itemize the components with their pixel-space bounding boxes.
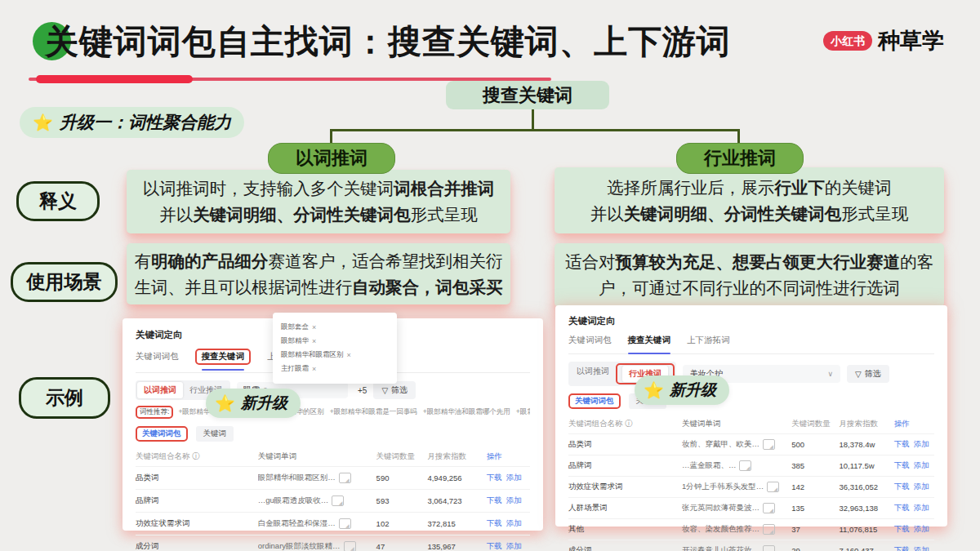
cell-count: 593	[376, 496, 428, 505]
cell-actions: 下载添加	[894, 439, 934, 450]
close-icon[interactable]: ×	[347, 351, 351, 359]
cell-words-text: 开运春意儿山茶花妆…	[682, 545, 760, 551]
popup-tag-label: 眼部套盒	[281, 322, 309, 332]
download-link[interactable]: 下载	[894, 524, 910, 535]
add-link[interactable]: 添加	[914, 524, 929, 535]
table-body: 品类词 眼部精华和眼霜区别…◢ 590 4,949,256 下载添加 品牌词 ……	[136, 466, 530, 551]
add-link[interactable]: 添加	[914, 460, 929, 471]
cell-count: 500	[791, 440, 839, 449]
star-icon: ⭐	[215, 393, 235, 413]
cell-words: 开运春意儿山茶花妆…◢	[682, 545, 791, 551]
cell-actions: 下载添加	[894, 545, 934, 551]
cell-words: 妆前、穿戴甲、欧美…◢	[682, 439, 791, 450]
cell-words: 白金眼霜轻盈和保湿…◢	[258, 518, 376, 529]
card-title: 关键词定向	[568, 315, 934, 327]
annotation-box: 搜查关键词	[195, 349, 252, 365]
pos-tag[interactable]: +眼霜和面霜的区别	[516, 407, 530, 417]
download-link[interactable]: 下载	[487, 541, 502, 551]
cell-words: ordinary眼部淡纹眼精…◢	[258, 541, 376, 551]
info-icon: ⓘ	[625, 419, 633, 428]
header-index: 月搜索指数	[840, 419, 894, 429]
close-icon[interactable]: ×	[312, 323, 316, 331]
cell-count: 142	[791, 482, 839, 491]
pos-recommend-label: 词性推荐:	[140, 407, 169, 417]
cell-words-text: 妆前、穿戴甲、欧美…	[682, 439, 760, 450]
cell-words: …gu眼霜透皮吸收…◢	[258, 495, 376, 506]
image-icon: ◢	[339, 518, 351, 529]
download-link[interactable]: 下载	[487, 473, 502, 483]
tab-keyword-package[interactable]: 关键词词包	[136, 351, 179, 362]
filter-icon: ▽	[381, 386, 388, 395]
slide: 关键词词包自主找词：搜查关键词、上下游词 小红书 种草学 搜查关键词 以词推词 …	[0, 0, 980, 551]
cell-words-text: 眼部精华和眼霜区别…	[258, 473, 336, 483]
toggle-word-based[interactable]: 以词推词	[137, 382, 183, 398]
add-link[interactable]: 添加	[506, 518, 522, 529]
cell-index: 3,064,723	[427, 496, 486, 505]
annotation-box: 关键词词包	[136, 426, 188, 442]
cell-index: 135,967	[427, 542, 486, 551]
download-link[interactable]: 下载	[894, 460, 910, 471]
tab-keyword-package[interactable]: 关键词词包	[568, 335, 612, 346]
filter-icon: ▽	[855, 370, 862, 379]
add-link[interactable]: 添加	[506, 473, 522, 483]
cell-words-text: …蓝金眼霜、…	[682, 460, 737, 471]
filter-button[interactable]: ▽ 筛选	[373, 381, 416, 399]
cell-index: 36,316,052	[840, 482, 894, 491]
popup-tag-list: 眼部套盒 × 眼部精华 × 眼部精华和眼霜区别 × 主打眼霜 ×	[281, 322, 389, 374]
subtab-keyword-package[interactable]: 关键词词包	[142, 429, 181, 439]
close-icon[interactable]: ×	[312, 365, 316, 373]
header-index: 月搜索指数	[427, 451, 486, 462]
add-link[interactable]: 添加	[914, 503, 929, 513]
root-node-label: 搜查关键词	[446, 81, 609, 109]
cell-actions: 下载添加	[894, 482, 934, 492]
xiaohongshu-logo-icon: 小红书	[823, 31, 872, 51]
table-row: 人群场景词 张元英同款薄荷曼波…◢ 135 32,963,138 下载添加	[568, 497, 934, 518]
cell-group-name: 品类词	[568, 439, 682, 450]
table-row: 品类词 妆前、穿戴甲、欧美…◢ 500 18,378.4w 下载添加	[568, 433, 934, 455]
page-title: 关键词词包自主找词：搜查关键词、上下游词	[45, 20, 731, 64]
cell-index: 372,815	[427, 519, 486, 528]
subtab-keyword[interactable]: 关键词	[196, 426, 234, 442]
download-link[interactable]: 下载	[894, 503, 910, 513]
close-icon[interactable]: ×	[312, 337, 316, 345]
image-icon: ◢	[763, 439, 775, 450]
branch-button-industry-based[interactable]: 行业推词	[676, 143, 804, 174]
tab-search-keyword[interactable]: 搜查关键词	[628, 335, 671, 346]
chevron-down-icon: ∨	[827, 370, 833, 378]
toggle-word-based[interactable]: 以词推词	[570, 363, 616, 384]
download-link[interactable]: 下载	[894, 439, 910, 450]
cell-words: 张元英同款薄荷曼波…◢	[682, 503, 791, 513]
annotation-box: 关键词词包	[568, 393, 621, 409]
download-link[interactable]: 下载	[894, 482, 910, 492]
cell-count: 102	[376, 519, 428, 528]
keyword-table: 关键词组合名称 ⓘ 关键词单词 关键词数量 月搜索指数 操作 品类词 眼部精华和…	[136, 449, 530, 551]
add-link[interactable]: 添加	[506, 541, 522, 551]
scenario-box-right: 适合对预算较为充足、想要占领更大行业赛道的客户，可通过不同行业的不同词性进行选词	[555, 243, 944, 307]
tree-connector	[330, 129, 740, 131]
tab-search-keyword[interactable]: 搜查关键词	[202, 351, 245, 362]
new-upgrade-label: 新升级	[670, 380, 716, 401]
subtab-keyword-package[interactable]: 关键词词包	[575, 396, 614, 407]
cell-index: 4,949,256	[427, 473, 486, 482]
row-label-example: 示例	[19, 377, 110, 419]
tab-updownstream[interactable]: 上下游拓词	[687, 335, 730, 346]
add-link[interactable]: 添加	[914, 439, 929, 450]
header-words: 关键词单词	[682, 419, 791, 429]
branch-button-word-based[interactable]: 以词推词	[268, 143, 395, 174]
download-link[interactable]: 下载	[894, 545, 910, 551]
cell-group-name: 其他	[568, 524, 682, 535]
add-link[interactable]: 添加	[506, 495, 522, 506]
image-icon: ◢	[763, 503, 775, 513]
pos-tag[interactable]: +眼部精华油和眼霜哪个先用	[423, 407, 510, 417]
download-link[interactable]: 下载	[487, 518, 502, 529]
table-row: 品牌词 …gu眼霜透皮吸收…◢ 593 3,064,723 下载添加	[136, 489, 530, 512]
table-row: 成分词 开运春意儿山茶花妆…◢ 29 7,160,437 下载添加	[568, 540, 934, 551]
controls-row: 以词推词 行业推词 美妆个护 ∨ ▽ 筛选	[568, 362, 934, 386]
add-link[interactable]: 添加	[914, 545, 929, 551]
add-link[interactable]: 添加	[914, 482, 929, 492]
pos-tag[interactable]: +眼部精华和眼霜是一回事吗	[330, 407, 417, 417]
new-upgrade-badge: ⭐ 新升级	[635, 375, 729, 405]
filter-button[interactable]: ▽ 筛选	[847, 365, 889, 383]
more-tags-count[interactable]: +5	[358, 386, 367, 395]
download-link[interactable]: 下载	[487, 495, 502, 506]
